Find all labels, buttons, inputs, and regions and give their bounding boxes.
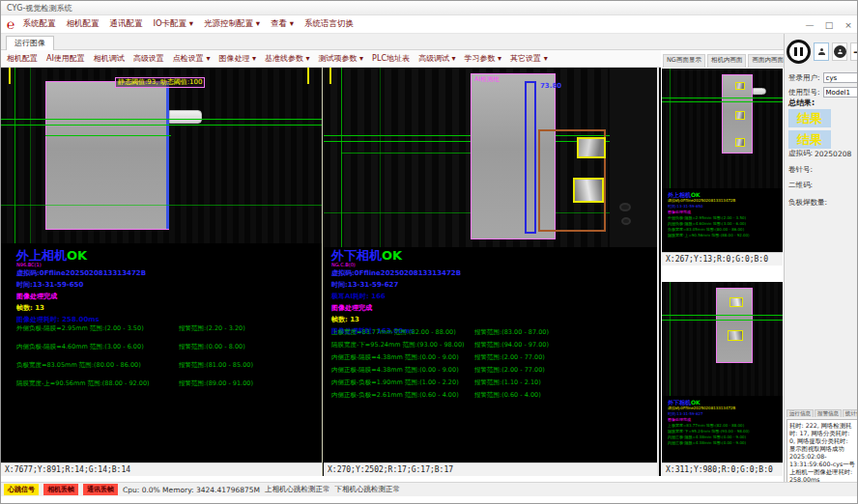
green-guide-line	[670, 282, 671, 396]
user-login-button[interactable]	[814, 42, 829, 61]
left-camera-panel: 静态阈值:93, 动态阈值:100 外上相机OK N96.BC(1) 虚拟码:0…	[1, 68, 323, 476]
yellow-tick	[307, 68, 309, 84]
total-result-label: 总结果:	[788, 98, 815, 108]
tool-test-params[interactable]: 测试项参数 ▾	[319, 53, 364, 64]
exit-button[interactable]: ⇥	[850, 42, 858, 61]
menu-language-switch[interactable]: 系统语言切换	[304, 18, 354, 30]
virtual-code-value: 20250208	[815, 150, 851, 158]
tool-ai-config[interactable]: AI使用配置	[46, 53, 85, 64]
window-controls: — □ ×	[803, 15, 855, 34]
tool-image-processing[interactable]: 图像处理 ▾	[218, 53, 256, 64]
tool-camera-config[interactable]: 相机配置	[7, 53, 38, 64]
thumbnail-2-text: 外下相机OK 虚拟码:0Ffline2025020813313472B 时间:1…	[668, 400, 750, 446]
menu-light-config[interactable]: 光源控制配置 ▾	[204, 18, 260, 30]
minimize-icon[interactable]: —	[803, 20, 816, 30]
ai-measure-rect	[525, 81, 536, 234]
left-measurements: 外侧负极-隔膜=2.95mm 范围:(2.00 - 3.50)报警范围:(2.2…	[16, 324, 253, 398]
left-frame-line: 帧数: 13	[16, 302, 146, 314]
menu-system-config[interactable]: 系统配置	[22, 18, 55, 30]
tool-advanced-debug[interactable]: 高级调试 ▾	[418, 53, 456, 64]
log-tab-run[interactable]: 运行信息	[786, 409, 814, 417]
log-box[interactable]: 耗时: 222, 网络检测耗时: 17, 网络分类耗时: 0, 网络提取分类耗时…	[786, 419, 858, 490]
pause-button[interactable]	[786, 40, 811, 64]
machine-detail	[619, 203, 631, 211]
thumbnail-1-status: X:267;Y:13;R:0;G:0;B:0	[662, 252, 783, 266]
tool-camera-debug[interactable]: 相机调试	[94, 53, 125, 64]
maximize-icon[interactable]: □	[822, 20, 836, 30]
comm-drop-badge: 通讯丢帧	[83, 484, 118, 495]
left-done-line: 图像处理完成	[16, 291, 146, 302]
tab-detect-box	[577, 137, 606, 158]
pause-icon	[794, 47, 797, 56]
menu-view[interactable]: 查看 ▾	[271, 18, 294, 30]
control-panel: ⇥ 登录用户: 使用型号: 总结果: 结果 结果 虚拟码: 20250208 卷…	[784, 34, 858, 493]
measurement-row: 负极宽度=83.05mm 范围:(80.00 - 86.00)报警范围:(81.…	[16, 361, 253, 379]
menu-camera-config[interactable]: 相机配置	[66, 18, 99, 30]
tab-connector	[169, 110, 202, 124]
tab-detect-box	[735, 82, 745, 90]
qrcode-label: 二维码:	[788, 181, 813, 190]
tab-camera-view-1[interactable]: 相机内画面	[707, 54, 747, 68]
green-guide-line	[341, 68, 342, 247]
menu-io-config[interactable]: IO卡配置 ▾	[153, 18, 193, 30]
user-icon	[818, 48, 825, 55]
tab-detect-box	[573, 178, 604, 203]
login-user-input[interactable]	[823, 72, 858, 83]
green-measure-line	[1, 205, 322, 206]
result-box-2: 结果	[788, 130, 831, 149]
measurement-row: 内侧正极-隔膜=4.38mm 范围:(0.00 - 9.00)报警范围:(2.0…	[331, 353, 549, 366]
tab-detect-box	[735, 138, 745, 147]
model-label: 使用型号:	[788, 88, 820, 98]
left-camera-image[interactable]: 静态阈值:93, 动态阈值:100	[1, 68, 322, 243]
tool-spot-check[interactable]: 点检设置 ▾	[173, 53, 211, 64]
model-row: 使用型号:	[788, 87, 858, 98]
user-switch-button[interactable]	[832, 42, 847, 61]
thumbnail-1-image	[662, 69, 783, 188]
log-tab-alarm[interactable]: 报警信息	[815, 409, 842, 417]
result-ok: OK	[67, 248, 87, 263]
ai-box-label: AI检测框	[474, 75, 500, 84]
result-ok: OK	[382, 248, 402, 263]
left-result-block: 外上相机OK N96.BC(1) 虚拟码:0Ffline202502081331…	[16, 249, 146, 325]
ai-measure-value: 73.80	[540, 82, 561, 90]
left-time-line: 时间:13-31-59-650	[16, 279, 146, 291]
measurement-row: 上极宽度=83.77mm 范围:(82.00 - 88.00)报警范围:(83.…	[331, 328, 549, 341]
measurement-row: 外侧负极-隔膜=2.95mm 范围:(2.00 - 3.50)报警范围:(2.2…	[16, 324, 253, 343]
green-measure-line	[662, 101, 783, 102]
model-input[interactable]	[823, 87, 858, 98]
measurement-row: 隔膜宽度-下=95.24mm 范围:(93.00 - 98.00)报警范围:(9…	[331, 341, 549, 353]
title-bar: CYG-视觉检测系统	[1, 1, 858, 15]
log-tabs: 运行信息 报警信息 统计信息	[786, 409, 858, 417]
machine-detail	[621, 217, 631, 225]
status-bar: 心跳信号 相机丢帧 通讯丢帧 Cpu: 0.0% Memory: 3424.41…	[1, 482, 858, 496]
app-window: CYG-视觉检测系统 ℮ 系统配置 相机配置 通讯配置 IO卡配置 ▾ 光源控制…	[0, 0, 858, 504]
green-measure-line	[662, 98, 783, 98]
tab-camera-view-2[interactable]: 画面内画面	[748, 54, 787, 68]
green-measure-line	[662, 320, 783, 321]
thumbnail-1[interactable]: 外上相机OK 虚拟码:0Ffline2025020813313472B 时间:1…	[662, 69, 783, 266]
tab-run-image[interactable]: 运行图像	[6, 36, 54, 50]
thumbnail-1-text: 外上相机OK 虚拟码:0Ffline2025020813313472B 时间:1…	[668, 192, 750, 238]
tool-baseline-params[interactable]: 基准线参数 ▾	[265, 53, 310, 64]
green-measure-line	[662, 315, 783, 316]
control-buttons: ⇥	[786, 40, 858, 64]
tool-other-settings[interactable]: 其它设置 ▾	[510, 53, 548, 64]
tool-plc-address[interactable]: PLC地址表	[372, 53, 410, 64]
tool-advanced-settings[interactable]: 高级设置	[133, 53, 164, 64]
close-icon[interactable]: ×	[842, 20, 855, 30]
yellow-tick	[9, 68, 11, 84]
threshold-overlay-label: 静态阈值:93, 动态阈值:100	[115, 77, 205, 88]
lower-camera-heartbeat: 下相机心跳检测正常	[335, 485, 401, 494]
yellow-tick	[329, 68, 331, 84]
center-camera-image[interactable]: AI检测框 73.80	[324, 68, 657, 247]
thumbnail-2-image	[662, 282, 783, 396]
tool-learning-params[interactable]: 学习参数 ▾	[465, 53, 502, 64]
needle-label: 卷针号:	[788, 165, 813, 175]
menu-comm-config[interactable]: 通讯配置	[109, 18, 142, 30]
center-measurements: 上极宽度=83.77mm 范围:(82.00 - 88.00)报警范围:(83.…	[331, 328, 549, 404]
qrcode-row: 二维码:	[788, 181, 815, 190]
center-code-line: 虚拟码:0Ffline2025020813313472B	[331, 267, 461, 279]
tab-ng-display[interactable]: NG画面显示	[663, 54, 705, 68]
thumbnail-2[interactable]: 外下相机OK 虚拟码:0Ffline2025020813313472B 时间:1…	[662, 282, 783, 476]
log-tab-stats[interactable]: 统计信息	[843, 409, 858, 417]
